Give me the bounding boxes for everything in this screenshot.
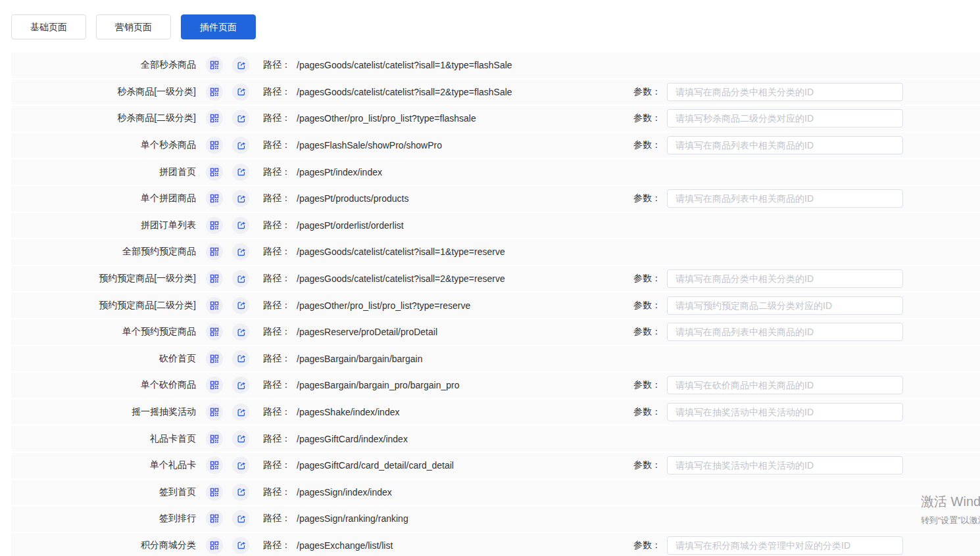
param-prefix-label: 参数： [633,379,661,391]
page-link-row: 拼团订单列表 路径： /pagesPt [11,213,980,239]
qrcode-button[interactable] [206,457,223,474]
qrcode-button[interactable] [206,110,223,127]
share-button[interactable] [232,404,249,421]
param-input[interactable] [667,323,903,341]
share-button[interactable] [232,484,249,501]
share-button[interactable] [232,83,249,101]
page-name-label: 预约预定商品[一级分类] [11,266,196,292]
page-link-row: 单个拼团商品 路径： /pagesPt [11,186,980,212]
share-button[interactable] [232,164,249,181]
path-value: /pagesGoods/catelist/catelist?isall=2&ty… [297,273,505,284]
share-button[interactable] [232,297,249,314]
param-input[interactable] [667,83,903,101]
param-prefix-label: 参数： [633,459,661,471]
qrcode-button[interactable] [206,484,223,501]
param-input[interactable] [667,296,903,315]
share-icon [236,274,246,284]
share-icon [236,167,246,177]
qrcode-button[interactable] [206,404,223,421]
qrcode-button[interactable] [206,164,223,181]
param-input[interactable] [667,376,903,394]
tab-marketing-pages[interactable]: 营销页面 [96,14,171,39]
param-input[interactable] [667,189,903,208]
page-name-label: 秒杀商品[一级分类] [11,80,196,105]
path-prefix-label: 路径： [263,406,291,418]
share-button[interactable] [232,537,249,554]
qrcode-button[interactable] [206,297,223,314]
share-button[interactable] [232,110,249,127]
path-group: 路径： /pagesSign/ranking/ranking [263,506,408,532]
share-button[interactable] [232,430,249,448]
param-input[interactable] [667,269,903,288]
param-prefix-label: 参数： [633,406,661,418]
qrcode-button[interactable] [206,323,223,340]
param-prefix-label: 参数： [633,112,661,124]
param-input[interactable] [667,136,903,154]
share-button[interactable] [232,377,249,394]
share-button[interactable] [232,217,249,234]
path-prefix-label: 路径： [263,166,291,178]
path-group: 路径： /pagesFlashSale/showPro/showPro [263,133,442,158]
path-value: /pagesGoods/catelist/catelist?isall=1&ty… [297,60,512,70]
param-group: 参数： [633,453,903,478]
share-icon [236,514,246,524]
qrcode-button[interactable] [206,57,223,74]
page-name-label: 签到排行 [11,506,196,532]
qrcode-button[interactable] [206,377,223,394]
path-prefix-label: 路径： [263,379,291,391]
qrcode-icon [210,327,219,336]
share-button[interactable] [232,190,249,207]
qrcode-button[interactable] [206,137,223,154]
qrcode-button[interactable] [206,537,223,554]
qrcode-button[interactable] [206,350,223,367]
qrcode-button[interactable] [206,217,223,234]
qrcode-icon [210,194,219,203]
qrcode-icon [210,488,219,497]
page-link-row: 签到首页 路径： /pagesSign [11,480,980,505]
page-name-label: 秒杀商品[二级分类] [11,106,196,131]
qrcode-button[interactable] [206,510,223,527]
param-input[interactable] [667,109,903,127]
qrcode-icon [210,141,219,150]
qrcode-button[interactable] [206,83,223,101]
tab-basic-pages[interactable]: 基础页面 [11,14,86,39]
share-button[interactable] [232,57,249,74]
tab-plugin-pages[interactable]: 插件页面 [181,14,256,39]
path-value: /pagesPt/index/index [297,167,382,177]
share-icon [236,354,246,363]
share-button[interactable] [232,350,249,367]
param-input[interactable] [667,456,903,475]
share-icon [236,461,246,471]
qrcode-icon [210,407,219,417]
path-value: /pagesExchange/list/list [297,540,393,551]
path-prefix-label: 路径： [263,433,291,445]
param-prefix-label: 参数： [633,273,661,285]
share-button[interactable] [232,137,249,154]
page-name-label: 单个秒杀商品 [11,133,196,158]
path-group: 路径： /pagesShake/index/index [263,400,399,425]
qrcode-button[interactable] [206,190,223,207]
page-link-row: 全部秒杀商品 路径： /pagesGo [11,53,980,78]
path-prefix-label: 路径： [263,59,291,71]
page-name-label: 单个预约预定商品 [11,319,196,345]
qrcode-button[interactable] [206,270,223,287]
path-group: 路径： /pagesBargain/bargain/bargain [263,346,422,372]
share-button[interactable] [232,270,249,287]
share-button[interactable] [232,457,249,474]
path-value: /pagesGiftCard/index/index [297,434,408,444]
qrcode-icon [210,461,219,470]
path-group: 路径： /pagesGoods/catelist/catelist?isall=… [263,53,512,78]
share-button[interactable] [232,323,249,340]
page-link-row: 单个预约预定商品 路径： /pages [11,319,980,345]
param-prefix-label: 参数： [633,193,661,204]
page-link-row: 单个砍价商品 路径： /pagesBa [11,373,980,398]
param-input[interactable] [667,536,903,555]
qrcode-button[interactable] [206,243,223,260]
qrcode-button[interactable] [206,430,223,448]
share-button[interactable] [232,510,249,527]
page-name-label: 全部预约预定商品 [11,239,196,265]
page-name-label: 拼团首页 [11,159,196,185]
page-link-row: 单个秒杀商品 路径： /pagesFl [11,133,980,158]
param-input[interactable] [667,403,903,421]
share-button[interactable] [232,243,249,260]
